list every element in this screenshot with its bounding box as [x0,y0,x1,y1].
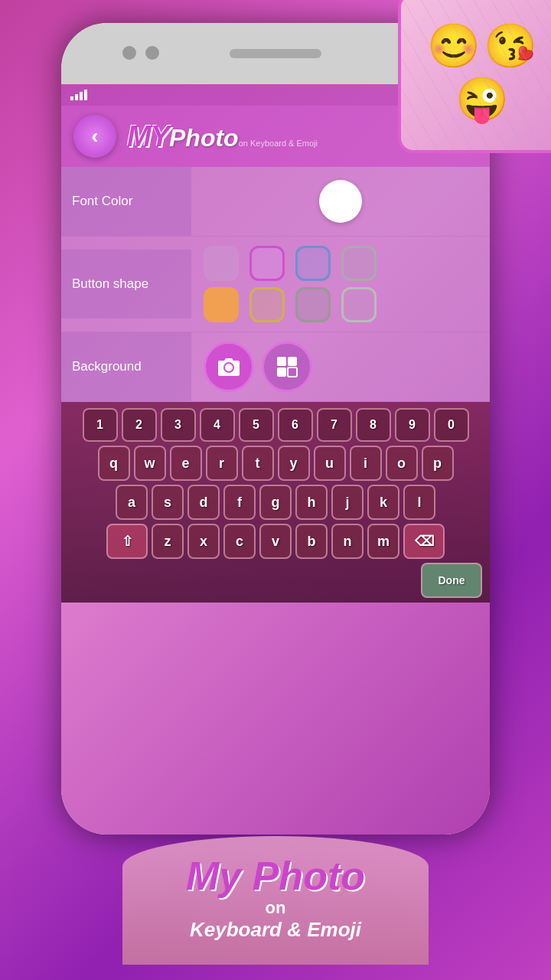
shape-option-2[interactable] [249,246,285,281]
key-9[interactable]: 9 [395,408,430,442]
key-n[interactable]: n [331,524,364,559]
title-photo: Photo [169,124,239,152]
key-r[interactable]: r [206,446,238,481]
key-a[interactable]: a [116,485,148,520]
phone-camera2 [145,46,159,60]
shape-option-3[interactable] [295,246,331,281]
button-shape-controls [191,237,490,332]
key-f[interactable]: f [223,485,256,520]
key-w[interactable]: w [134,446,166,481]
key-z[interactable]: z [152,524,184,559]
key-8[interactable]: 8 [356,408,391,442]
key-shift[interactable]: ⇧ [106,524,148,559]
background-camera-button[interactable] [204,341,254,392]
camera-icon [217,356,240,377]
key-row-z: ⇧ z x c v b n m ⌫ [66,524,485,559]
app-title: MY Photo on Keyboard & Emoji [127,120,318,153]
key-q[interactable]: q [98,446,130,481]
font-color-controls [191,171,490,232]
brand-keyboard-text: Keyboard & Emoji [168,918,383,942]
signal-icon [70,90,87,100]
font-color-picker[interactable] [319,180,362,223]
key-o[interactable]: o [386,446,418,481]
shape-option-8[interactable] [341,287,377,322]
key-5[interactable]: 5 [239,408,274,442]
background-row: Background [61,332,490,402]
svg-rect-2 [277,368,286,377]
phone-speaker [230,49,321,58]
key-1[interactable]: 1 [83,408,118,442]
key-3[interactable]: 3 [161,408,196,442]
bottom-brand: My Photo on Keyboard & Emoji [0,836,551,980]
brand-on-text: on [168,898,383,918]
key-d[interactable]: d [187,485,220,520]
key-t[interactable]: t [242,446,274,481]
key-s[interactable]: s [152,485,184,520]
background-grid-button[interactable] [262,341,312,392]
keyboard-area: 1 2 3 4 5 6 7 8 9 0 q w e r t y u i [61,402,490,603]
background-controls [191,332,490,401]
button-shapes-grid [204,246,381,322]
key-2[interactable]: 2 [122,408,157,442]
key-e[interactable]: e [170,446,202,481]
key-c[interactable]: c [223,524,256,559]
phone-screen: ‹ MY Photo on Keyboard & Emoji Font Colo… [61,84,490,835]
key-x[interactable]: x [187,524,220,559]
shape-option-4[interactable] [341,246,377,281]
button-shape-label: Button shape [61,250,191,318]
svg-rect-3 [288,368,297,377]
emoji-thumbnail: 😊 😘 😜 [398,0,551,153]
key-m[interactable]: m [367,524,399,559]
title-sub-keyboard: Keyboard & Emoji [250,139,318,148]
background-label: Background [61,332,191,401]
key-row-q: q w e r t y u i o p [66,446,485,481]
key-g[interactable]: g [259,485,292,520]
phone-camera [122,46,136,60]
key-p[interactable]: p [422,446,454,481]
back-button[interactable]: ‹ [73,115,116,158]
shape-option-6[interactable] [249,287,285,322]
key-7[interactable]: 7 [317,408,352,442]
key-l[interactable]: l [403,485,435,520]
key-0[interactable]: 0 [434,408,469,442]
key-h[interactable]: h [295,485,328,520]
key-backspace[interactable]: ⌫ [403,524,445,559]
title-sub: on Keyboard & Emoji [239,139,318,149]
key-4[interactable]: 4 [200,408,235,442]
key-done[interactable]: Done [421,563,482,598]
back-icon: ‹ [91,124,98,149]
key-b[interactable]: b [295,524,328,559]
title-my: MY [127,120,169,153]
svg-rect-1 [288,357,297,366]
shape-option-1[interactable] [204,246,239,281]
key-row-a: a s d f g h j k l [66,485,485,520]
shape-option-5[interactable] [204,287,239,322]
key-row-numbers: 1 2 3 4 5 6 7 8 9 0 [66,408,485,442]
brand-blob: My Photo on Keyboard & Emoji [122,836,429,965]
svg-rect-0 [277,357,286,366]
key-i[interactable]: i [350,446,382,481]
button-shape-row: Button shape [61,237,490,332]
key-v[interactable]: v [259,524,292,559]
key-j[interactable]: j [331,485,364,520]
key-y[interactable]: y [278,446,310,481]
settings-section: Font Color Button shape [61,167,490,402]
font-color-label: Font Color [61,167,191,236]
key-u[interactable]: u [314,446,346,481]
grid-icon [276,355,298,378]
key-k[interactable]: k [367,485,399,520]
brand-myphoto-text: My Photo [168,854,383,898]
title-sub-on: on [239,139,248,148]
key-6[interactable]: 6 [278,408,313,442]
shape-option-7[interactable] [295,287,331,322]
font-color-row: Font Color [61,167,490,237]
